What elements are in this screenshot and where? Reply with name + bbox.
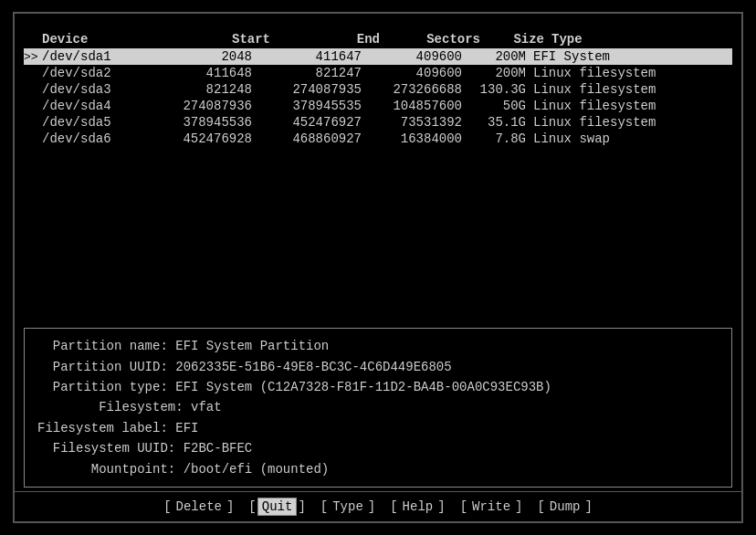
info-line: Partition type: EFI System (C12A7328-F81… xyxy=(37,377,719,397)
row-type: EFI System xyxy=(533,49,610,64)
row-device: /dev/sda1 xyxy=(42,49,142,64)
row-end: 452476927 xyxy=(252,115,362,130)
row-start: 274087936 xyxy=(142,99,252,113)
btn-type[interactable]: [ Type ] xyxy=(320,498,375,515)
col-header-size: Size xyxy=(480,32,544,47)
partition-rows: >> /dev/sda1 2048 411647 409600 200M EFI… xyxy=(24,48,732,147)
bracket-left: [ xyxy=(537,499,544,514)
row-device: /dev/sda6 xyxy=(42,131,142,146)
row-sectors: 409600 xyxy=(362,49,462,64)
row-end: 411647 xyxy=(252,49,362,64)
row-type: Linux filesystem xyxy=(533,82,656,97)
col-header-start: Start xyxy=(161,32,270,47)
bracket-right: ] xyxy=(584,499,592,514)
row-type: Linux swap xyxy=(533,131,610,146)
col-header-device: Device xyxy=(42,32,161,47)
row-size: 7.8G xyxy=(462,131,526,146)
bracket-left: [ xyxy=(460,499,467,514)
info-line: Filesystem: vfat xyxy=(37,397,719,417)
table-row[interactable]: /dev/sda2 411648 821247 409600 200M Linu… xyxy=(24,65,732,81)
row-size: 200M xyxy=(462,49,526,64)
table-row[interactable]: >> /dev/sda1 2048 411647 409600 200M EFI… xyxy=(24,48,732,65)
row-sectors: 273266688 xyxy=(362,82,462,97)
info-line: Filesystem UUID: F2BC-BFEC xyxy=(37,438,719,458)
bottom-bar: [ Delete ][ Quit ][ Type ][ Help ][ Writ… xyxy=(15,491,741,521)
row-end: 821247 xyxy=(252,66,362,80)
partition-info-box: Partition name: EFI System Partition Par… xyxy=(24,328,732,488)
bracket-right: ] xyxy=(437,499,445,514)
table-row[interactable]: /dev/sda4 274087936 378945535 104857600 … xyxy=(24,98,732,114)
row-device: /dev/sda3 xyxy=(42,82,142,97)
row-sectors: 409600 xyxy=(362,66,462,80)
button-label-help[interactable]: Help xyxy=(399,498,437,515)
row-start: 2048 xyxy=(142,49,252,64)
table-row[interactable]: /dev/sda6 452476928 468860927 16384000 7… xyxy=(24,131,732,147)
row-size: 200M xyxy=(462,66,526,80)
bracket-right: ] xyxy=(368,499,375,514)
row-type: Linux filesystem xyxy=(533,115,656,130)
info-line: Filesystem label: EFI xyxy=(37,418,719,438)
row-end: 378945535 xyxy=(252,99,362,113)
row-start: 452476928 xyxy=(142,131,252,146)
info-line: Mountpoint: /boot/efi (mounted) xyxy=(37,459,719,479)
table-header-row: Device Start End Sectors Size Type xyxy=(24,30,732,48)
bracket-left: [ xyxy=(248,499,256,514)
table-row[interactable]: /dev/sda5 378945536 452476927 73531392 3… xyxy=(24,114,732,131)
col-header-sectors: Sectors xyxy=(380,32,480,47)
row-end: 274087935 xyxy=(252,82,362,97)
bottom-buttons: [ Delete ][ Quit ][ Type ][ Help ][ Writ… xyxy=(163,498,593,516)
row-start: 411648 xyxy=(142,66,252,80)
button-label-delete[interactable]: Delete xyxy=(173,498,226,515)
button-label-quit[interactable]: Quit xyxy=(257,498,298,516)
terminal-window: Device Start End Sectors Size Type >> /d… xyxy=(13,12,743,523)
row-indicator: >> xyxy=(24,50,42,64)
row-device: /dev/sda2 xyxy=(42,66,142,80)
row-device: /dev/sda5 xyxy=(42,115,142,130)
row-size: 35.1G xyxy=(462,115,526,130)
bracket-left: [ xyxy=(320,499,328,514)
button-label-type[interactable]: Type xyxy=(329,498,367,515)
row-sectors: 16384000 xyxy=(362,131,462,146)
button-label-dump[interactable]: Dump xyxy=(546,498,584,515)
col-header-end: End xyxy=(270,32,380,47)
bracket-right: ] xyxy=(226,499,234,514)
btn-write[interactable]: [ Write ] xyxy=(460,498,523,515)
row-sectors: 73531392 xyxy=(362,115,462,130)
info-lines: Partition name: EFI System Partition Par… xyxy=(37,336,719,479)
row-type: Linux filesystem xyxy=(533,66,656,80)
btn-dump[interactable]: [ Dump ] xyxy=(537,498,592,515)
bracket-left: [ xyxy=(163,499,171,514)
bracket-left: [ xyxy=(390,499,397,514)
bracket-right: ] xyxy=(298,499,305,514)
btn-help[interactable]: [ Help ] xyxy=(390,498,445,515)
partition-table: Device Start End Sectors Size Type >> /d… xyxy=(15,26,741,324)
col-header-type: Type xyxy=(551,32,670,47)
bracket-right: ] xyxy=(515,499,522,514)
row-size: 50G xyxy=(462,99,526,113)
info-line: Partition UUID: 2062335E-51B6-49E8-BC3C-… xyxy=(37,357,719,377)
btn-quit[interactable]: [ Quit ] xyxy=(248,498,305,516)
row-size: 130.3G xyxy=(462,82,526,97)
info-line: Partition name: EFI System Partition xyxy=(37,336,719,356)
btn-delete[interactable]: [ Delete ] xyxy=(163,498,234,515)
row-device: /dev/sda4 xyxy=(42,99,142,113)
row-end: 468860927 xyxy=(252,131,362,146)
row-type: Linux filesystem xyxy=(533,99,656,113)
table-row[interactable]: /dev/sda3 821248 274087935 273266688 130… xyxy=(24,81,732,98)
row-start: 821248 xyxy=(142,82,252,97)
row-sectors: 104857600 xyxy=(362,99,462,113)
row-start: 378945536 xyxy=(142,115,252,130)
disk-header xyxy=(15,14,741,26)
button-label-write[interactable]: Write xyxy=(468,498,514,515)
